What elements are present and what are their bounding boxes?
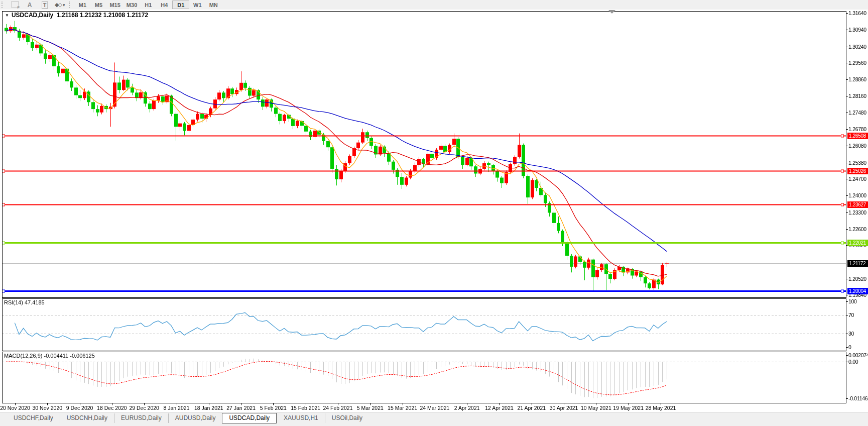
timeframe-button-m1[interactable]: M1 — [74, 1, 90, 9]
timeframe-button-group: M1M5M15M30H1H4D1W1MN — [74, 1, 221, 9]
price-tag-1.20004: 1.20004 — [847, 288, 868, 294]
shapes-icon: ◆◇ — [55, 2, 61, 8]
timeframe-button-h1[interactable]: H1 — [140, 1, 156, 9]
toolbar-grip[interactable] — [69, 2, 72, 8]
price-tag-1.25026: 1.25026 — [847, 168, 868, 174]
price-tag-1.21172: 1.21172 — [847, 260, 868, 267]
price-tag-1.22021: 1.22021 — [847, 240, 868, 246]
symbol-tab-usdchf[interactable]: USDCHF,Daily — [7, 413, 60, 423]
toolbar: F A T ◆◇ ▾ M1M5M15M30H1H4D1W1MN — [0, 0, 868, 10]
trading-platform-window: { "toolbar": { "tool_icons": [ {"name": … — [0, 0, 868, 426]
timeframe-button-m5[interactable]: M5 — [90, 1, 106, 9]
symbol-tab-usdcad[interactable]: USDCAD,Daily — [222, 413, 277, 423]
text-label-icon: A — [28, 2, 32, 9]
fibonacci-tool-icon: F — [11, 2, 19, 8]
timeframe-button-d1[interactable]: D1 — [172, 1, 189, 9]
timeframe-button-w1[interactable]: W1 — [189, 1, 205, 9]
dropdown-arrow-icon: ▾ — [63, 3, 65, 8]
price-tag-1.23627: 1.23627 — [847, 201, 868, 208]
symbol-tab-eurusd[interactable]: EURUSD,Daily — [114, 413, 168, 423]
timeframe-button-mn[interactable]: MN — [205, 1, 221, 9]
chart-canvas[interactable] — [0, 10, 868, 412]
symbol-tab-audusd[interactable]: AUDUSD,Daily — [168, 413, 222, 423]
text-label-button[interactable]: A — [22, 1, 37, 9]
timeframe-button-h4[interactable]: H4 — [156, 1, 172, 9]
price-tag-1.26508: 1.26508 — [847, 133, 868, 139]
symbol-tab-usoil[interactable]: USOil,Daily — [325, 413, 369, 423]
timeframe-button-m30[interactable]: M30 — [123, 1, 140, 9]
fibonacci-tool-button[interactable]: F — [7, 1, 22, 9]
symbol-tab-usdcnh[interactable]: USDCNH,Daily — [60, 413, 114, 423]
symbol-tab-bar: USDCHF,DailyUSDCNH,DailyEURUSD,DailyAUDU… — [0, 412, 868, 426]
timeframe-button-m15[interactable]: M15 — [106, 1, 123, 9]
toolbar-grip[interactable] — [2, 2, 5, 8]
chart-area: ▼USDCAD,Daily 1.21168 1.21232 1.21008 1.… — [0, 10, 868, 412]
text-box-button[interactable]: T — [37, 1, 52, 9]
symbol-tab-xauusd[interactable]: XAUUSD,H1 — [277, 413, 325, 423]
shapes-button[interactable]: ◆◇ ▾ — [52, 1, 67, 9]
text-box-icon: T — [42, 2, 48, 9]
